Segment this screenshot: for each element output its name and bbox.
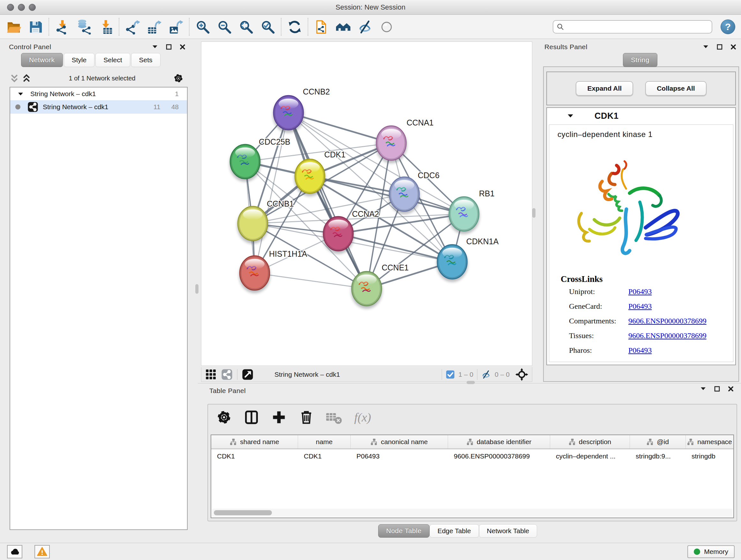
node-ccne1[interactable]: CCNE1 bbox=[351, 263, 409, 309]
node-cdkn1a[interactable]: CDKN1A bbox=[436, 237, 499, 282]
table-cell[interactable]: cyclin–dependent ... bbox=[550, 452, 630, 460]
table-cell[interactable]: stringdb:9... bbox=[630, 452, 686, 460]
collapse-all-icon[interactable] bbox=[10, 73, 19, 83]
node-ccnb1[interactable]: CCNB1 bbox=[237, 199, 294, 244]
save-session-button[interactable] bbox=[26, 17, 45, 36]
node-rb1[interactable]: RB1 bbox=[448, 189, 495, 234]
selected-nodes-checkbox[interactable] bbox=[446, 370, 455, 379]
node-hist1h1a[interactable]: HIST1H1A bbox=[239, 249, 307, 293]
first-neighbors-button[interactable] bbox=[334, 17, 352, 36]
refresh-network-button[interactable] bbox=[285, 17, 304, 36]
hidden-eye-icon[interactable] bbox=[481, 370, 491, 379]
zoom-in-button[interactable] bbox=[193, 17, 212, 36]
search-box[interactable] bbox=[553, 20, 712, 34]
column-header-description[interactable]: description bbox=[550, 435, 630, 449]
export-image-button[interactable] bbox=[166, 17, 185, 36]
detach-view-icon[interactable] bbox=[242, 369, 253, 380]
float-panel-icon[interactable] bbox=[702, 44, 709, 50]
close-panel-icon[interactable] bbox=[727, 385, 734, 392]
table-cell[interactable]: 9606.ENSP00000378699 bbox=[448, 452, 550, 460]
tab-string[interactable]: String bbox=[623, 53, 657, 67]
zoom-selected-button[interactable] bbox=[259, 17, 277, 36]
horizontal-splitter-handle[interactable] bbox=[467, 381, 475, 384]
open-file-button[interactable] bbox=[4, 17, 23, 36]
tab-style[interactable]: Style bbox=[64, 53, 95, 67]
memory-button[interactable]: Memory bbox=[687, 545, 735, 558]
tab-node-table[interactable]: Node Table bbox=[378, 524, 429, 538]
network-from-selection-button[interactable] bbox=[312, 17, 331, 36]
node-cdk1[interactable]: CDK1 bbox=[294, 150, 346, 196]
add-column-icon[interactable] bbox=[271, 409, 287, 426]
close-panel-icon[interactable] bbox=[730, 44, 737, 50]
tab-network-table[interactable]: Network Table bbox=[479, 524, 537, 538]
tab-sets[interactable]: Sets bbox=[131, 53, 160, 67]
maximize-panel-icon[interactable] bbox=[714, 385, 720, 392]
gene-caret-icon[interactable] bbox=[567, 114, 574, 118]
zoom-out-button[interactable] bbox=[215, 17, 233, 36]
table-cell[interactable]: CDK1 bbox=[211, 452, 298, 460]
node-label-ccna2: CCNA2 bbox=[352, 209, 379, 219]
right-splitter-handle[interactable] bbox=[532, 208, 536, 218]
gear-icon[interactable] bbox=[173, 73, 184, 84]
node-cdc25b[interactable]: CDC25B bbox=[229, 137, 290, 182]
import-table-file-button[interactable] bbox=[96, 17, 115, 36]
warnings-button[interactable] bbox=[35, 545, 50, 558]
crosslink-link[interactable]: 9606.ENSP00000378699 bbox=[628, 317, 706, 325]
network-canvas[interactable]: CCNB2CCNA1CDC25BCDK1CDC6RB1CCNB1CCNA2CDK… bbox=[201, 42, 532, 366]
column-header-name[interactable]: name bbox=[298, 435, 351, 449]
table-row[interactable]: CDK1CDK1P064939606.ENSP00000378699cyclin… bbox=[211, 449, 733, 463]
maximize-panel-icon[interactable] bbox=[165, 44, 172, 50]
tab-select[interactable]: Select bbox=[95, 53, 130, 67]
tab-edge-table[interactable]: Edge Table bbox=[429, 524, 479, 538]
column-header-shared-name[interactable]: shared name bbox=[211, 435, 298, 449]
gene-card-header[interactable]: CDK1 bbox=[547, 108, 735, 124]
network-row-selected[interactable]: String Network – cdk1 11 48 bbox=[10, 100, 187, 114]
crosslink-link[interactable]: P06493 bbox=[628, 302, 652, 311]
help-button[interactable]: ? bbox=[721, 19, 735, 34]
delete-column-icon[interactable] bbox=[298, 409, 315, 426]
table-horizontal-scrollbar[interactable] bbox=[212, 509, 733, 517]
crosslink-link[interactable]: 9606.ENSP00000378699 bbox=[628, 331, 706, 340]
expand-all-icon[interactable] bbox=[22, 73, 31, 83]
export-table-button[interactable] bbox=[145, 17, 163, 36]
network-view-toolbar: String Network – cdk1 1 – 0 0 – 0 bbox=[201, 367, 532, 382]
zoom-fit-button[interactable] bbox=[237, 17, 255, 36]
export-network-button[interactable] bbox=[123, 17, 142, 36]
node-cdc6[interactable]: CDC6 bbox=[389, 171, 440, 214]
network-overview-icon[interactable] bbox=[221, 369, 232, 380]
edge-CCNB2-HIST1H1A[interactable] bbox=[255, 113, 288, 273]
fit-content-icon[interactable] bbox=[515, 368, 528, 381]
collapse-all-button[interactable]: Collapse All bbox=[645, 81, 706, 96]
grid-view-icon[interactable] bbox=[205, 369, 217, 380]
hide-selected-button[interactable] bbox=[355, 17, 374, 36]
scrollbar-thumb[interactable] bbox=[214, 510, 272, 515]
float-panel-icon[interactable] bbox=[151, 44, 158, 50]
float-panel-icon[interactable] bbox=[700, 385, 706, 392]
close-panel-icon[interactable] bbox=[179, 44, 186, 50]
render-detail-button[interactable] bbox=[377, 17, 396, 36]
tab-network[interactable]: Network bbox=[21, 53, 63, 67]
collection-caret-icon[interactable] bbox=[18, 92, 23, 96]
column-header-namespace[interactable]: namespace bbox=[686, 435, 733, 449]
crosslink-link[interactable]: P06493 bbox=[628, 287, 652, 296]
import-network-file-button[interactable] bbox=[53, 17, 71, 36]
column-header-database-identifier[interactable]: database identifier bbox=[448, 435, 550, 449]
column-header-canonical-name[interactable]: canonical name bbox=[351, 435, 448, 449]
search-input[interactable] bbox=[567, 23, 709, 30]
column-header--id[interactable]: @id bbox=[630, 435, 686, 449]
expand-all-button[interactable]: Expand All bbox=[576, 81, 633, 96]
show-columns-icon[interactable] bbox=[243, 409, 260, 426]
cloud-status-button[interactable] bbox=[7, 545, 22, 558]
maximize-panel-icon[interactable] bbox=[716, 44, 723, 50]
edge-HIST1H1A-CCNE1[interactable] bbox=[255, 273, 367, 289]
crosslink-link[interactable]: P06493 bbox=[628, 346, 652, 355]
left-splitter-handle[interactable] bbox=[195, 284, 199, 294]
table-settings-gear-icon[interactable] bbox=[216, 409, 232, 426]
edge-CCNB2-CCNE1[interactable] bbox=[288, 113, 367, 289]
import-network-database-button[interactable] bbox=[75, 17, 93, 36]
table-cell[interactable]: P06493 bbox=[351, 452, 448, 460]
node-ccnb2[interactable]: CCNB2 bbox=[273, 87, 330, 133]
network-collection-row[interactable]: String Network – cdk1 1 bbox=[10, 87, 187, 100]
table-cell[interactable]: CDK1 bbox=[298, 452, 351, 460]
table-cell[interactable]: stringdb bbox=[686, 452, 733, 460]
